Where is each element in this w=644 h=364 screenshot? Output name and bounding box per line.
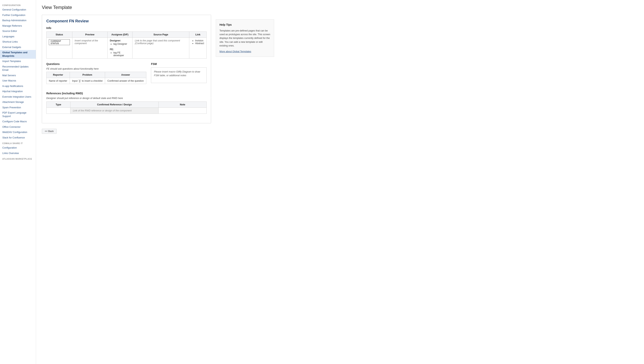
sidebar-item-global-templates[interactable]: Global Templates and Blueprints (0, 50, 36, 59)
sidebar-item-import-templates[interactable]: Import Templates (0, 59, 36, 64)
help-tips-link[interactable]: More about Global Templates (220, 50, 251, 53)
info-cell-link: Invision Abstract (189, 38, 207, 58)
sidebar-item-manage-referrers[interactable]: Manage Referrers (0, 23, 36, 29)
info-cell-assignee: Designer: tag Designer FE: (107, 38, 133, 58)
table-row: Name of reporter Input `[]` to insert a … (47, 78, 146, 84)
assignee-fe-tag: tag FE developer (114, 51, 130, 57)
sidebar-item-backup-administration[interactable]: Backup Administration (0, 18, 36, 23)
page-title: View Template (42, 5, 638, 10)
questions-section-label: Questions (46, 62, 146, 66)
link-invision: Invision (195, 39, 204, 42)
questions-table: Reporter Problem Answer Name of reporter… (46, 72, 146, 84)
sidebar-item-shortcut-links[interactable]: Shortcut Links (0, 39, 36, 45)
sidebar-item-slack-for-confluence[interactable]: Slack for Confluence (0, 135, 36, 140)
references-subtitle: Designer should put reference or design … (46, 97, 207, 100)
info-cell-status: CURRENT STATUS (47, 38, 72, 58)
help-tips-body: Templates are pre-defined pages that can… (220, 29, 270, 48)
questions-cell-reporter: Name of reporter (47, 78, 70, 84)
fsm-body: Please insert macro Gliffy Diagram to dr… (151, 68, 207, 83)
back-button[interactable]: << Back (42, 129, 57, 134)
sidebar-item-recommended-updates-email[interactable]: Recommended Updates Email (0, 64, 36, 73)
questions-header-reporter: Reporter (47, 72, 70, 78)
fsm-section: FSM Please insert macro Gliffy Diagram t… (151, 62, 207, 88)
sidebar-item-source-editor[interactable]: Source Editor (0, 28, 36, 34)
assignee-fe-label: FE: (110, 48, 114, 51)
ref-cell-note (159, 108, 207, 114)
link-abstract: Abstract (195, 42, 204, 45)
sidebar-item-languages[interactable]: Languages (0, 34, 36, 40)
ref-header-type: Type (47, 102, 71, 108)
sidebar-item-office-connector[interactable]: Office Connector (0, 124, 36, 130)
ref-cell-confirmed: Link of the RWD reference or design of t… (71, 108, 159, 114)
sidebar-item-mail-servers[interactable]: Mail Servers (0, 73, 36, 78)
questions-subtitle: FE should ask questions about functional… (46, 68, 146, 70)
help-tips-title: Help Tips (220, 23, 270, 27)
status-badge: CURRENT STATUS (49, 39, 70, 45)
ref-cell-type (47, 108, 71, 114)
questions-header-problem: Problem (70, 72, 105, 78)
table-row: Link of the RWD reference or design of t… (47, 108, 207, 114)
info-header-assignee: Assignee (D/F) (107, 32, 133, 38)
questions-cell-problem: Input `[]` to insert a checklist (70, 78, 105, 84)
table-row: CURRENT STATUS Insert snapshot of the co… (47, 38, 207, 58)
main-content: View Template Component FN Review Info S… (36, 0, 644, 364)
info-cell-source-page: Link to the page that used this componen… (133, 38, 189, 58)
questions-fsm-row: Questions FE should ask questions about … (46, 62, 207, 88)
sidebar-item-user-macros[interactable]: User Macros (0, 78, 36, 84)
assignee-designer: Designer: tag Designer (110, 39, 130, 45)
sidebar-section-comala: COMALA SHARE IT (0, 140, 36, 145)
sidebar-item-external-gadgets[interactable]: External Gadgets (0, 45, 36, 50)
info-header-link: Link (189, 32, 207, 38)
info-header-status: Status (47, 32, 72, 38)
sidebar: CONFIGURATION General Configuration Furt… (0, 0, 36, 364)
fsm-label: FSM (151, 62, 207, 66)
sidebar-item-webdav-configuration[interactable]: WebDAV Configuration (0, 130, 36, 135)
references-section: References (including RWD) Designer shou… (46, 92, 207, 114)
sidebar-item-comala-configuration[interactable]: Configuration (0, 145, 36, 151)
ref-header-note: Note (159, 102, 207, 108)
info-cell-preview: Insert snapshot of the component (72, 38, 107, 58)
sidebar-section-atlassian: ATLASSIAN MARKETPLACE (0, 156, 36, 161)
sidebar-item-evernote-integration-users[interactable]: Evernote Integration Users (0, 94, 36, 100)
references-label: References (including RWD) (46, 92, 207, 95)
assignee-designer-label: Designer: (110, 39, 121, 42)
sidebar-section-configuration: CONFIGURATION (0, 2, 36, 7)
sidebar-item-in-app-notifications[interactable]: In-app Notifications (0, 84, 36, 89)
references-table: Type Confirmed Reference / Design Note L… (46, 102, 207, 114)
info-header-source-page: Source Page (133, 32, 189, 38)
info-section: Info Status Preview Assignee (D/F) Sourc… (46, 26, 207, 58)
sidebar-item-pdf-export[interactable]: PDF Export Language Support (0, 110, 36, 119)
info-section-label: Info (46, 26, 207, 30)
sidebar-item-configure-code-macro[interactable]: Configure Code Macro (0, 119, 36, 124)
assignee-fe: FE: tag FE developer (110, 48, 130, 57)
info-header-preview: Preview (72, 32, 107, 38)
help-tips-panel: Help Tips Templates are pre-defined page… (216, 20, 274, 57)
questions-header-answer: Answer (105, 72, 146, 78)
sidebar-item-general-configuration[interactable]: General Configuration (0, 7, 36, 13)
template-box: Component FN Review Info Status Preview … (42, 15, 211, 123)
questions-cell-answer: Confirmed answer of the question (105, 78, 146, 84)
template-title: Component FN Review (46, 19, 207, 23)
ref-header-confirmed: Confirmed Reference / Design (71, 102, 159, 108)
assignee-designer-tag: tag Designer (114, 42, 130, 45)
sidebar-item-spam-prevention[interactable]: Spam Prevention (0, 105, 36, 110)
sidebar-item-comala-links-overview[interactable]: Links Overview (0, 151, 36, 156)
preview-text: Insert snapshot of the component (75, 39, 98, 45)
info-table: Status Preview Assignee (D/F) Source Pag… (46, 32, 207, 58)
sidebar-item-attachment-storage[interactable]: Attachment Storage (0, 100, 36, 105)
source-page-text: Link to the page that used this componen… (135, 39, 180, 45)
questions-section: Questions FE should ask questions about … (46, 62, 146, 88)
sidebar-item-further-configuration[interactable]: Further Configuration (0, 13, 36, 18)
sidebar-item-hipchat-integration[interactable]: Hipchat Integration (0, 89, 36, 94)
